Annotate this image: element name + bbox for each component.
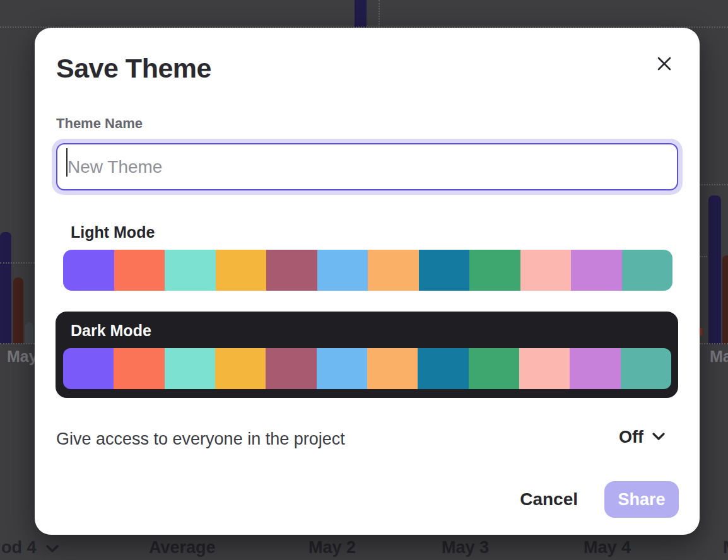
background-bar — [355, 0, 367, 27]
background-bar — [722, 255, 728, 344]
palette-swatch — [570, 348, 620, 389]
theme-name-input[interactable] — [56, 143, 678, 190]
palette-swatch — [215, 348, 266, 389]
palette-swatch — [114, 348, 164, 389]
axis-label-partial: M — [723, 538, 728, 557]
axis-label-may2: May 2 — [308, 538, 356, 557]
dialog-footer: Cancel Share — [508, 481, 679, 518]
background-gridline — [700, 343, 728, 344]
palette-swatch — [317, 348, 367, 389]
axis-label-may3: May 3 — [442, 538, 489, 557]
background-gridline — [700, 256, 707, 257]
dialog-title: Save Theme — [56, 53, 211, 84]
background-gridline — [379, 0, 380, 27]
background-gridline — [0, 343, 35, 344]
theme-name-label: Theme Name — [56, 115, 143, 132]
palette-swatch — [63, 250, 114, 291]
access-dropdown-value: Off — [619, 428, 643, 447]
dark-mode-palette[interactable] — [63, 348, 671, 389]
palette-swatch — [622, 250, 673, 291]
palette-swatch — [469, 250, 520, 291]
palette-swatch — [519, 348, 570, 389]
palette-swatch — [63, 348, 114, 389]
theme-name-field-wrapper — [52, 139, 683, 195]
axis-label-period[interactable]: od 4 — [1, 538, 59, 557]
palette-swatch — [368, 250, 419, 291]
text-caret — [66, 148, 68, 177]
palette-swatch — [165, 250, 216, 291]
light-mode-palette[interactable] — [63, 250, 672, 291]
axis-label-average: Average — [149, 538, 216, 557]
access-everyone-label: Give access to everyone in the project — [56, 429, 345, 449]
palette-swatch — [216, 250, 267, 291]
axis-label-text: od 4 — [1, 538, 37, 557]
dark-mode-card: Dark Mode — [56, 312, 678, 398]
background-bar — [700, 328, 702, 335]
background-bar — [13, 277, 23, 344]
access-dropdown[interactable]: Off — [619, 428, 666, 447]
palette-swatch — [165, 348, 215, 389]
palette-swatch — [266, 348, 316, 389]
palette-swatch — [520, 250, 572, 291]
palette-swatch — [419, 250, 470, 291]
palette-swatch — [621, 348, 671, 389]
background-bar — [708, 195, 721, 344]
chevron-down-icon — [651, 431, 666, 443]
dark-mode-label: Dark Mode — [71, 322, 151, 340]
palette-swatch — [367, 348, 418, 389]
palette-swatch — [469, 348, 519, 389]
palette-swatch — [266, 250, 317, 291]
palette-swatch — [571, 250, 622, 291]
save-theme-dialog: Save Theme Theme Name Light Mode Dark Mo… — [35, 28, 700, 535]
chevron-down-icon — [45, 538, 59, 557]
background-bar — [0, 232, 11, 344]
axis-label-left: May — [7, 347, 38, 366]
axis-label-right: Ma — [710, 347, 728, 366]
background-gridline — [0, 262, 35, 264]
close-icon — [655, 55, 673, 74]
background-bar — [25, 322, 33, 344]
palette-swatch — [114, 250, 165, 291]
palette-swatch — [418, 348, 468, 389]
cancel-button[interactable]: Cancel — [508, 483, 589, 516]
light-mode-label: Light Mode — [71, 223, 155, 242]
palette-swatch — [317, 250, 368, 291]
share-button[interactable]: Share — [604, 481, 679, 518]
close-button[interactable] — [650, 50, 678, 78]
axis-label-may4: May 4 — [584, 538, 631, 557]
